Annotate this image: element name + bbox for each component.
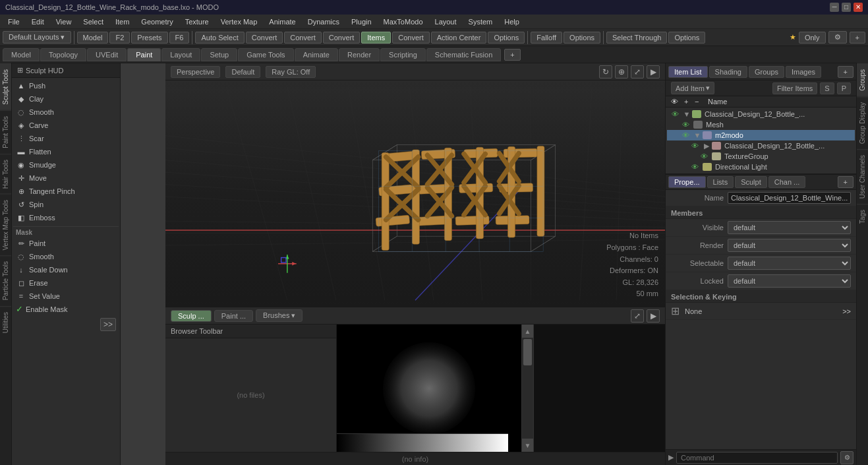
- tool-push[interactable]: ▲ Push: [13, 79, 119, 92]
- tab-render[interactable]: Render: [339, 48, 380, 61]
- scroll-down-btn[interactable]: ▼: [522, 439, 533, 452]
- eye-icon-light[interactable]: 👁: [689, 163, 700, 171]
- window-controls[interactable]: ─ □ ✕: [830, 3, 863, 12]
- tree-item-m2modo[interactable]: 👁 ▼ m2modo: [667, 130, 855, 140]
- enable-mask-item[interactable]: ✓ Enable Mask: [13, 303, 119, 315]
- menu-edit[interactable]: Edit: [26, 16, 49, 27]
- particle-tools-tab[interactable]: Particle Tools: [0, 255, 11, 305]
- props-tab-lists[interactable]: Lists: [707, 176, 734, 188]
- add-item-btn[interactable]: Add Item ▾: [671, 82, 714, 94]
- tree-item-light[interactable]: 👁 Directional Light: [667, 162, 855, 172]
- options2-btn[interactable]: Options: [564, 32, 600, 44]
- command-gear-btn[interactable]: ⚙: [840, 451, 854, 464]
- tool-paint[interactable]: ✏ Paint: [13, 237, 119, 250]
- preview-scrollbar[interactable]: ▲ ▼: [521, 325, 533, 452]
- tab-gametools[interactable]: Game Tools: [238, 48, 294, 61]
- vb-expand-btn[interactable]: ⤢: [631, 309, 644, 323]
- select-through-btn[interactable]: Select Through: [606, 32, 667, 44]
- eye-icon-root[interactable]: 👁: [670, 110, 680, 118]
- selectable-select[interactable]: default: [728, 257, 851, 270]
- tab-setup[interactable]: Setup: [201, 48, 237, 61]
- brushes-tab[interactable]: Brushes ▾: [256, 309, 303, 322]
- tree-item-texture[interactable]: 👁 TextureGroup: [667, 151, 855, 162]
- tool-move[interactable]: ✛ Move: [13, 171, 119, 185]
- tab-animate[interactable]: Animate: [295, 48, 338, 61]
- menu-file[interactable]: File: [3, 16, 25, 27]
- expand-btn[interactable]: >>: [100, 318, 116, 331]
- menu-item[interactable]: Item: [110, 16, 134, 27]
- rvt-groups[interactable]: Groups: [857, 63, 868, 96]
- viewport-menu-btn[interactable]: ▶: [647, 65, 660, 78]
- toggle-classical[interactable]: ▶: [703, 142, 710, 150]
- convert3-btn[interactable]: Convert: [323, 32, 361, 44]
- tool-mask-smooth[interactable]: ◌ Smooth: [13, 250, 119, 263]
- tab-scripting[interactable]: Scripting: [380, 48, 426, 61]
- action-center-btn[interactable]: Action Center: [431, 32, 487, 44]
- tab-paint[interactable]: Paint: [127, 48, 161, 61]
- vb-menu-btn[interactable]: ▶: [647, 309, 660, 323]
- tool-setvalue[interactable]: = Set Value: [13, 290, 119, 303]
- rt-shading[interactable]: Shading: [709, 66, 747, 78]
- f2-btn[interactable]: F2: [109, 32, 130, 44]
- viewport-rotate-btn[interactable]: ↻: [599, 65, 612, 78]
- eye-icon-mesh[interactable]: 👁: [680, 121, 691, 129]
- render-select[interactable]: default: [728, 239, 851, 252]
- paint-tab[interactable]: Paint ...: [214, 310, 253, 322]
- tool-erase[interactable]: ◻ Erase: [13, 276, 119, 290]
- tree-item-classical[interactable]: 👁 ▶ Classical_Design_12_Bottle_...: [667, 140, 855, 151]
- minimize-button[interactable]: ─: [830, 3, 839, 12]
- model-btn[interactable]: Model: [77, 32, 109, 44]
- items-btn[interactable]: Items: [361, 32, 391, 44]
- tool-flatten[interactable]: ▬ Flatten: [13, 145, 119, 158]
- sculpt-tools-tab[interactable]: Sculpt Tools: [0, 63, 11, 110]
- vertexmap-tools-tab[interactable]: Vertex Map Tools: [0, 194, 11, 256]
- locked-select[interactable]: default: [728, 274, 851, 288]
- menu-select[interactable]: Select: [78, 16, 109, 27]
- viewport-raygl-btn[interactable]: Ray GL: Off: [266, 66, 316, 78]
- settings-btn[interactable]: ⚙: [828, 31, 847, 44]
- maximize-button[interactable]: □: [842, 3, 851, 12]
- close-button[interactable]: ✕: [854, 3, 863, 12]
- menu-system[interactable]: System: [463, 16, 498, 27]
- p-btn[interactable]: P: [837, 82, 851, 94]
- visible-select[interactable]: default: [728, 221, 851, 234]
- tool-tangentpinch[interactable]: ⊕ Tangent Pinch: [13, 185, 119, 198]
- props-more-btn[interactable]: >>: [842, 307, 851, 315]
- toggle-m2modo[interactable]: ▼: [693, 131, 701, 139]
- rt-groups[interactable]: Groups: [749, 66, 784, 78]
- presets-btn[interactable]: Presets: [131, 32, 167, 44]
- options1-btn[interactable]: Options: [488, 32, 525, 44]
- rvt-user-channels[interactable]: User Channels: [857, 149, 868, 204]
- menu-geometry[interactable]: Geometry: [136, 16, 178, 27]
- scroll-thumb[interactable]: [523, 339, 532, 365]
- sculp-tab[interactable]: Sculp ...: [171, 310, 212, 322]
- tab-schematic[interactable]: Schematic Fusion: [426, 48, 501, 61]
- menu-plugin[interactable]: Plugin: [346, 16, 377, 27]
- add-tab-btn[interactable]: +: [850, 32, 865, 44]
- tree-item-mesh[interactable]: 👁 Mesh: [667, 119, 855, 130]
- menu-vertexmap[interactable]: Vertex Map: [216, 16, 263, 27]
- rvt-tags[interactable]: Tags: [857, 204, 868, 229]
- command-input[interactable]: [676, 452, 838, 464]
- 3d-viewport[interactable]: No Items Polygons : Face Channels: 0 Def…: [165, 80, 665, 307]
- options3-btn[interactable]: Options: [668, 32, 705, 44]
- tree-item-root[interactable]: 👁 ▼ Classical_Design_12_Bottle_...: [667, 109, 855, 119]
- props-tab-prope[interactable]: Prope...: [668, 176, 706, 188]
- tool-smooth[interactable]: ◌ Smooth: [13, 106, 119, 119]
- hair-tools-tab[interactable]: Hair Tools: [0, 154, 11, 194]
- tool-carve[interactable]: ◈ Carve: [13, 119, 119, 132]
- utilities-tab[interactable]: Utilities: [0, 306, 11, 338]
- add-panel-btn[interactable]: +: [838, 66, 854, 78]
- menu-help[interactable]: Help: [499, 16, 525, 27]
- auto-select-btn[interactable]: Auto Select: [195, 32, 244, 44]
- scroll-up-btn[interactable]: ▲: [522, 325, 533, 338]
- convert1-btn[interactable]: Convert: [246, 32, 283, 44]
- menu-maxtomodo[interactable]: MaxToModo: [378, 16, 428, 27]
- tab-uvedit[interactable]: UVEdit: [87, 48, 127, 61]
- tab-layout[interactable]: Layout: [161, 48, 200, 61]
- tool-scaledown[interactable]: ↓ Scale Down: [13, 263, 119, 276]
- menu-animate[interactable]: Animate: [264, 16, 301, 27]
- enable-mask-checkbox[interactable]: ✓: [16, 304, 23, 314]
- toggle-root[interactable]: ▼: [683, 110, 691, 118]
- menu-dynamics[interactable]: Dynamics: [303, 16, 345, 27]
